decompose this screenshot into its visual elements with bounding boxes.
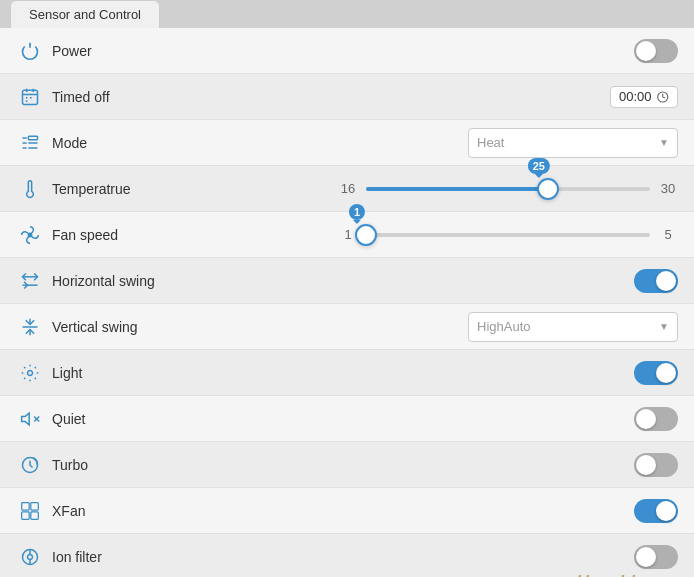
quiet-toggle[interactable] — [634, 407, 678, 431]
svg-rect-11 — [28, 136, 37, 139]
temperature-slider-thumb[interactable]: 25 — [537, 178, 559, 200]
calendar-icon — [16, 87, 44, 107]
row-light: Light — [0, 350, 694, 396]
svg-marker-29 — [22, 413, 30, 425]
light-toggle[interactable] — [634, 361, 678, 385]
v-swing-icon — [16, 317, 44, 337]
temperature-slider-bubble: 25 — [528, 158, 550, 174]
turbo-toggle[interactable] — [634, 453, 678, 477]
mode-dropdown-value: Heat — [477, 135, 504, 150]
xfan-label: XFan — [44, 503, 634, 519]
quiet-label: Quiet — [44, 411, 634, 427]
power-label: Power — [44, 43, 634, 59]
horizontal-swing-toggle-knob — [656, 271, 676, 291]
row-turbo: Turbo — [0, 442, 694, 488]
fan-speed-label: Fan speed — [44, 227, 338, 243]
h-swing-icon — [16, 271, 44, 291]
xfan-toggle[interactable] — [634, 499, 678, 523]
quiet-icon — [16, 409, 44, 429]
temperature-slider-wrapper[interactable]: 25 — [366, 171, 650, 207]
xfan-toggle-knob — [656, 501, 676, 521]
row-power: Power — [0, 28, 694, 74]
xfan-icon — [16, 501, 44, 521]
horizontal-swing-toggle[interactable] — [634, 269, 678, 293]
horizontal-swing-label: Horizontal swing — [44, 273, 634, 289]
power-icon — [16, 41, 44, 61]
timed-off-label: Timed off — [44, 89, 610, 105]
thermometer-icon — [16, 179, 44, 199]
ion-filter-toggle-knob — [636, 547, 656, 567]
fan-speed-slider-thumb[interactable]: 1 — [355, 224, 377, 246]
vertical-swing-label: Vertical swing — [44, 319, 468, 335]
fan-speed-slider-container: 115 — [338, 217, 678, 253]
row-xfan: XFan — [0, 488, 694, 534]
svg-line-27 — [24, 377, 25, 378]
row-ion-filter: Ion filter — [0, 534, 694, 577]
svg-line-26 — [35, 377, 36, 378]
light-toggle-knob — [656, 363, 676, 383]
mode-label: Mode — [44, 135, 468, 151]
temperature-label: Temperatrue — [44, 181, 338, 197]
clock-icon — [656, 89, 669, 105]
power-toggle[interactable] — [634, 39, 678, 63]
light-label: Light — [44, 365, 634, 381]
turbo-label: Turbo — [44, 457, 634, 473]
temperature-slider-track: 25 — [366, 187, 650, 191]
row-temperature: Temperatrue162530 — [0, 166, 694, 212]
row-fan-speed: Fan speed115 — [0, 212, 694, 258]
temperature-slider-container: 162530 — [338, 171, 678, 207]
temperature-slider-min: 16 — [338, 181, 358, 196]
mode-dropdown[interactable]: Heat▼ — [468, 128, 678, 158]
temperature-slider-max: 30 — [658, 181, 678, 196]
fan-speed-slider-track: 1 — [366, 233, 650, 237]
svg-rect-33 — [22, 502, 30, 510]
ion-icon — [16, 547, 44, 567]
vertical-swing-dropdown[interactable]: HighAuto▼ — [468, 312, 678, 342]
chevron-down-icon: ▼ — [659, 137, 669, 148]
chevron-down-icon: ▼ — [659, 321, 669, 332]
row-horizontal-swing: Horizontal swing — [0, 258, 694, 304]
row-vertical-swing: Vertical swingHighAuto▼ — [0, 304, 694, 350]
svg-point-38 — [28, 554, 33, 559]
power-toggle-knob — [636, 41, 656, 61]
row-timed-off: Timed off00:00 — [0, 74, 694, 120]
vertical-swing-dropdown-value: HighAuto — [477, 319, 530, 334]
row-mode: ModeHeat▼ — [0, 120, 694, 166]
turbo-toggle-knob — [636, 455, 656, 475]
timed-off-time-input[interactable]: 00:00 — [610, 86, 678, 108]
svg-rect-34 — [31, 502, 39, 510]
turbo-icon — [16, 455, 44, 475]
fan-speed-slider-wrapper[interactable]: 1 — [366, 217, 650, 253]
ion-filter-toggle[interactable] — [634, 545, 678, 569]
timed-off-time-value: 00:00 — [619, 89, 652, 104]
fan-icon — [16, 225, 44, 245]
svg-point-20 — [28, 370, 33, 375]
svg-line-28 — [35, 367, 36, 368]
row-quiet: Quiet — [0, 396, 694, 442]
ion-filter-label: Ion filter — [44, 549, 634, 565]
sensor-control-tab[interactable]: Sensor and Control — [10, 0, 160, 28]
quiet-toggle-knob — [636, 409, 656, 429]
fan-speed-slider-max: 5 — [658, 227, 678, 242]
svg-line-25 — [24, 367, 25, 368]
temperature-slider-fill — [366, 187, 548, 191]
mode-icon — [16, 133, 44, 153]
fan-speed-slider-bubble: 1 — [349, 204, 365, 220]
svg-rect-35 — [22, 511, 30, 518]
svg-rect-36 — [31, 511, 39, 518]
light-icon — [16, 363, 44, 383]
